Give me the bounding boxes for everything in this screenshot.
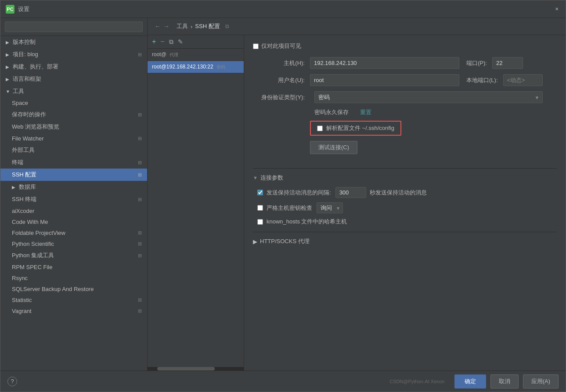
cancel-button[interactable]: 取消 bbox=[490, 374, 519, 388]
sidebar-item-vagrant[interactable]: Vagrant ⊞ bbox=[0, 306, 147, 316]
sidebar-item-web-browser[interactable]: Web 浏览器和预览 bbox=[0, 121, 147, 133]
indicator-icon: ⊞ bbox=[138, 241, 142, 247]
search-input[interactable] bbox=[5, 22, 143, 32]
sidebar-item-ssh-terminal[interactable]: SSH 终端 ⊞ bbox=[0, 193, 147, 205]
sidebar-item-tools[interactable]: ▼ 工具 bbox=[0, 85, 147, 97]
conn-params-header[interactable]: ▼ 连接参数 bbox=[253, 174, 557, 182]
breadcrumb-nav-back[interactable]: ← bbox=[155, 23, 161, 30]
indicator-icon: ⊞ bbox=[138, 297, 142, 303]
apply-button[interactable]: 应用(A) bbox=[523, 374, 559, 388]
add-ssh-button[interactable]: + bbox=[151, 38, 157, 46]
watermark-text: CSDN@Python-AI Xenon bbox=[389, 379, 445, 384]
known-hosts-row: known_hosts 文件中的哈希主机 bbox=[253, 218, 557, 226]
visible-for-project-checkbox[interactable] bbox=[253, 43, 259, 49]
sidebar-item-label: 版本控制 bbox=[13, 38, 36, 46]
local-port-input[interactable] bbox=[503, 74, 543, 86]
settings-icon: ⊞ bbox=[138, 52, 142, 58]
edit-ssh-button[interactable]: ✎ bbox=[177, 38, 184, 45]
main-body: ▶ 版本控制 ▶ 项目: blog ⊞ ▶ 构建、执行、部署 ▶ 语言 bbox=[0, 18, 566, 370]
ssh-list-item[interactable]: root@ 代理 bbox=[148, 49, 244, 61]
title-bar: PC 设置 ✕ bbox=[0, 0, 566, 18]
sidebar-item-aixcoder[interactable]: aiXcoder bbox=[0, 205, 147, 216]
sidebar-item-label: 终端 bbox=[12, 158, 23, 166]
app-icon: PC bbox=[6, 5, 14, 14]
window-title: 设置 bbox=[18, 5, 553, 13]
sidebar-item-label: 数据库 bbox=[19, 183, 36, 191]
strict-select-wrap: 询问 是 否 bbox=[317, 202, 343, 213]
breadcrumb-separator: › bbox=[191, 23, 192, 30]
strict-host-select[interactable]: 询问 是 否 bbox=[317, 202, 343, 213]
ssh-list-item-selected[interactable]: root@192.168.242.130:22 密码 bbox=[148, 61, 244, 73]
sidebar-item-ssh-config[interactable]: SSH 配置 ⊞ bbox=[0, 169, 147, 181]
ssh-list-item-label: root@ bbox=[152, 51, 166, 58]
sidebar-item-project[interactable]: ▶ 项目: blog ⊞ bbox=[0, 48, 147, 61]
copy-ssh-button[interactable]: ⧉ bbox=[168, 38, 174, 46]
keepalive-checkbox[interactable] bbox=[257, 190, 263, 195]
chevron-right-icon: ▶ bbox=[6, 77, 11, 82]
ssh-list-item-tag: 密码 bbox=[216, 65, 225, 69]
auth-type-label: 身份验证类型(Y): bbox=[253, 94, 310, 101]
indicator-icon: ⊞ bbox=[138, 197, 142, 202]
parse-config-checkbox[interactable] bbox=[317, 126, 323, 131]
bottom-bar: ? CSDN@Python-AI Xenon 确定 取消 应用(A) bbox=[0, 370, 566, 392]
content-area: + − ⧉ ✎ root@ 代理 root@192.168.242.130:22… bbox=[148, 35, 566, 370]
host-input[interactable] bbox=[310, 57, 459, 69]
sidebar-item-version-control[interactable]: ▶ 版本控制 bbox=[0, 36, 147, 48]
visible-for-project-label: 仅对此项目可见 bbox=[261, 42, 301, 50]
confirm-button[interactable]: 确定 bbox=[454, 374, 486, 388]
sidebar-item-python-integration[interactable]: Python 集成工具 ⊞ bbox=[0, 249, 147, 262]
ssh-list-item-label: root@192.168.242.130:22 bbox=[152, 64, 213, 70]
expand-icon: ▶ bbox=[253, 238, 257, 245]
auth-type-select[interactable]: 密码 密钥对 OpenSSH config and authentication… bbox=[314, 91, 543, 103]
sidebar-item-database[interactable]: ▶ 数据库 bbox=[0, 181, 147, 193]
sidebar-item-label: 保存时的操作 bbox=[12, 111, 46, 119]
http-proxy-header[interactable]: ▶ HTTP/SOCKS 代理 bbox=[253, 237, 557, 245]
indicator-icon: ⊞ bbox=[138, 136, 142, 141]
sidebar-item-label: RPM SPEC File bbox=[12, 264, 52, 270]
copy-breadcrumb-icon[interactable]: ⧉ bbox=[225, 23, 229, 29]
sidebar-item-python-scientific[interactable]: Python Scientific ⊞ bbox=[0, 238, 147, 249]
indicator-icon: ⊞ bbox=[138, 230, 142, 236]
sidebar-item-label: 语言和框架 bbox=[13, 75, 41, 83]
sidebar-item-space[interactable]: Space bbox=[0, 97, 147, 108]
indicator-icon: ⊞ bbox=[138, 308, 142, 314]
keepalive-input[interactable] bbox=[335, 187, 366, 198]
user-input[interactable] bbox=[310, 74, 459, 86]
sidebar-item-sqlserver[interactable]: SQLServer Backup And Restore bbox=[0, 284, 147, 295]
sidebar-item-label: 项目: blog bbox=[13, 50, 38, 58]
sidebar-item-terminal[interactable]: 终端 ⊞ bbox=[0, 156, 147, 169]
test-connection-button[interactable]: 测试连接(C) bbox=[310, 141, 357, 154]
strict-host-label: 严格主机密钥检查 bbox=[267, 204, 312, 212]
breadcrumb: ← → 工具 › SSH 配置 ⧉ bbox=[148, 18, 566, 35]
sidebar-item-external-tools[interactable]: 外部工具 bbox=[0, 144, 147, 156]
host-label: 主机(H): bbox=[253, 59, 310, 67]
parse-config-box: 解析配置文件 ~/.ssh/config bbox=[310, 121, 401, 136]
port-input[interactable] bbox=[492, 57, 523, 69]
ssh-toolbar: + − ⧉ ✎ bbox=[148, 35, 244, 49]
port-label: 端口(P): bbox=[466, 59, 487, 67]
close-button[interactable]: ✕ bbox=[553, 6, 560, 13]
remove-ssh-button[interactable]: − bbox=[159, 38, 165, 46]
reset-link[interactable]: 重置 bbox=[360, 108, 371, 116]
sidebar-item-file-watcher[interactable]: File Watcher ⊞ bbox=[0, 133, 147, 144]
user-port-row: 用户名(U): 本地端口(L): bbox=[253, 74, 557, 86]
ssh-list-panel: + − ⧉ ✎ root@ 代理 root@192.168.242.130:22… bbox=[148, 35, 244, 370]
ssh-form: 仅对此项目可见 主机(H): 端口(P): 用户名(U): bbox=[244, 35, 566, 370]
strict-host-checkbox[interactable] bbox=[257, 205, 263, 211]
chevron-right-icon: ▶ bbox=[12, 185, 17, 190]
sidebar-item-label: Foldable ProjectView bbox=[12, 230, 65, 236]
breadcrumb-nav-forward[interactable]: → bbox=[163, 23, 169, 30]
sidebar-item-rpm-spec[interactable]: RPM SPEC File bbox=[0, 262, 147, 273]
keepalive-label: 发送保持活动消息的间隔: bbox=[267, 189, 331, 197]
sidebar: ▶ 版本控制 ▶ 项目: blog ⊞ ▶ 构建、执行、部署 ▶ 语言 bbox=[0, 18, 148, 370]
known-hosts-checkbox[interactable] bbox=[257, 219, 263, 225]
sidebar-item-save-action[interactable]: 保存时的操作 ⊞ bbox=[0, 108, 147, 121]
sidebar-item-statistic[interactable]: Statistic ⊞ bbox=[0, 295, 147, 306]
help-button[interactable]: ? bbox=[7, 377, 17, 386]
sidebar-item-build[interactable]: ▶ 构建、执行、部署 bbox=[0, 61, 147, 73]
sidebar-item-language[interactable]: ▶ 语言和框架 bbox=[0, 73, 147, 85]
breadcrumb-current: SSH 配置 bbox=[195, 22, 220, 30]
sidebar-item-foldable-project-view[interactable]: Foldable ProjectView ⊞ bbox=[0, 227, 147, 238]
sidebar-item-rsync[interactable]: Rsync bbox=[0, 273, 147, 284]
sidebar-item-code-with-me[interactable]: Code With Me bbox=[0, 216, 147, 227]
